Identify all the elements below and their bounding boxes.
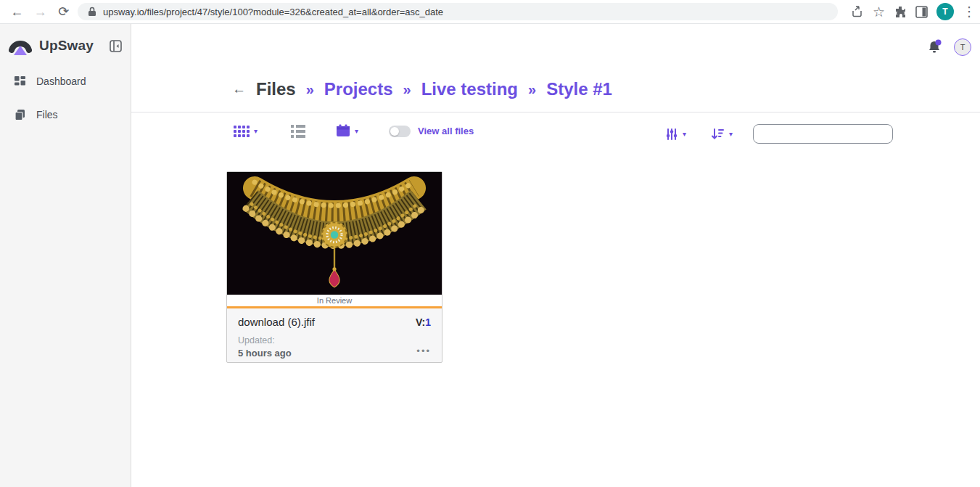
browser-back-icon[interactable]: ← xyxy=(7,5,26,18)
chevron-down-icon: ▾ xyxy=(683,130,686,138)
view-all-files-label[interactable]: View all files xyxy=(418,126,474,136)
user-avatar[interactable]: T xyxy=(954,38,971,56)
status-badge: In Review xyxy=(227,295,442,308)
extensions-puzzle-icon[interactable] xyxy=(894,5,907,18)
breadcrumb-separator: » xyxy=(528,81,536,98)
file-name: download (6).jfif xyxy=(238,316,315,328)
brand-name: UpSway xyxy=(39,38,102,54)
grid-view-button[interactable]: ▾ xyxy=(234,126,258,137)
breadcrumb-item-live-testing[interactable]: Live testing xyxy=(421,79,518,99)
filter-button[interactable]: ▾ xyxy=(665,128,686,141)
upsway-logo xyxy=(9,34,32,57)
search-input[interactable] xyxy=(764,128,892,139)
breadcrumb-separator: » xyxy=(306,81,314,98)
sidebar-item-dashboard[interactable]: Dashboard xyxy=(0,65,131,98)
files-toolbar: ▾ ▾ Vi xyxy=(131,124,980,146)
breadcrumb-item-files[interactable]: Files xyxy=(256,79,296,99)
chevron-down-icon: ▾ xyxy=(355,127,358,135)
url-text: upsway.io/files/project/47/style/100?mod… xyxy=(103,7,443,17)
files-icon xyxy=(15,110,25,120)
side-panel-icon[interactable] xyxy=(915,6,928,18)
share-icon[interactable] xyxy=(851,5,864,18)
lock-icon xyxy=(88,7,96,17)
list-view-button[interactable] xyxy=(291,125,305,138)
collapse-sidebar-icon[interactable] xyxy=(110,40,122,52)
browser-profile-avatar[interactable]: T xyxy=(936,3,954,20)
sidebar: UpSway Dashboard Files xyxy=(0,24,131,487)
browser-refresh-icon[interactable]: ⟳ xyxy=(54,5,73,18)
browser-menu-icon[interactable]: ⋮ xyxy=(963,5,973,18)
notification-bell-icon[interactable] xyxy=(926,39,942,55)
browser-toolbar: ← → ⟳ upsway.io/files/project/47/style/1… xyxy=(0,0,980,24)
file-card[interactable]: In Review download (6).jfif V:1 Updated:… xyxy=(226,171,442,363)
sidebar-item-label: Files xyxy=(36,109,58,120)
sort-button[interactable]: ▾ xyxy=(711,128,733,140)
date-group-button[interactable]: ▾ xyxy=(336,124,358,138)
search-box[interactable] xyxy=(753,124,893,144)
list-view-icon xyxy=(291,125,305,138)
view-all-files-toggle[interactable] xyxy=(389,126,411,137)
chevron-down-icon: ▾ xyxy=(729,130,733,138)
version-badge: V:1 xyxy=(416,316,431,328)
address-bar[interactable]: upsway.io/files/project/47/style/100?mod… xyxy=(78,3,838,20)
file-thumbnail xyxy=(227,172,442,295)
bookmark-star-icon[interactable]: ☆ xyxy=(873,5,885,19)
updated-label: Updated: xyxy=(238,335,292,345)
main-content: T ← Files » Projects » Live testing » St… xyxy=(131,24,980,487)
breadcrumb-back-icon[interactable]: ← xyxy=(232,81,246,97)
breadcrumb-item-projects[interactable]: Projects xyxy=(324,79,393,99)
breadcrumb: ← Files » Projects » Live testing » Styl… xyxy=(232,79,612,99)
breadcrumb-item-style[interactable]: Style #1 xyxy=(546,79,612,99)
updated-value: 5 hours ago xyxy=(238,348,292,359)
calendar-icon xyxy=(336,124,350,138)
notification-dot xyxy=(936,40,942,46)
browser-forward-icon[interactable]: → xyxy=(30,5,49,18)
sort-descending-icon xyxy=(711,128,725,140)
breadcrumb-separator: » xyxy=(403,81,411,98)
filter-sliders-icon xyxy=(665,128,678,141)
sidebar-item-files[interactable]: Files xyxy=(0,98,131,131)
card-menu-icon[interactable]: ••• xyxy=(416,346,431,359)
sidebar-item-label: Dashboard xyxy=(36,75,86,87)
grid-view-icon xyxy=(234,126,250,137)
chevron-down-icon: ▾ xyxy=(254,127,258,135)
header-divider xyxy=(131,112,980,112)
dashboard-icon xyxy=(15,76,25,87)
